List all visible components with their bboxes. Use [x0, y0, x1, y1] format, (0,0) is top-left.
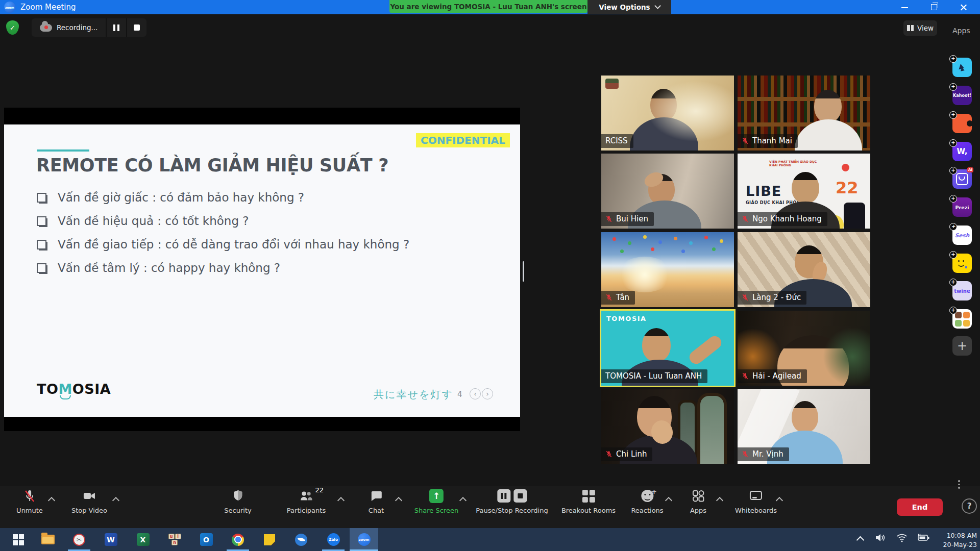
mic-muted-icon	[742, 450, 749, 458]
taskbar-zalo[interactable]: Zalo	[319, 528, 348, 551]
taskbar-sticky-notes[interactable]	[255, 528, 284, 551]
stop-icon	[513, 489, 527, 503]
wifi-icon[interactable]	[896, 533, 908, 543]
play-arrow-icon	[961, 67, 965, 72]
unmute-button[interactable]: Unmute	[16, 488, 43, 514]
taskbar-lark[interactable]	[287, 528, 315, 551]
sidebar-app-orange[interactable]: +	[952, 114, 972, 133]
unikey-keyboard-icon: uin	[168, 534, 182, 545]
speaker-icon[interactable]	[875, 533, 886, 543]
view-layout-button[interactable]: View	[903, 20, 937, 36]
backdrop-shape	[844, 203, 865, 229]
bullet-item: Vấn đề giao tiếp : có dễ dàng trao đổi v…	[37, 233, 409, 256]
video-tile-bui-hien[interactable]: Bui Hien	[601, 154, 734, 229]
video-tile-tan[interactable]: Tân	[601, 232, 734, 307]
mic-slash-icon	[23, 489, 36, 503]
video-tile-ngo-khanh-hoang[interactable]: VIỆN PHÁT TRIỂN GIÁO DỤC KHAI PHÓNG LIBE…	[738, 154, 870, 229]
pause-stop-recording-button[interactable]: Pause/Stop Recording	[476, 488, 548, 514]
start-button[interactable]	[4, 528, 33, 551]
video-tile-lang2-duc[interactable]: Làng 2 - Đức	[738, 232, 870, 307]
mic-muted-icon	[742, 215, 749, 223]
share-screen-icon: ↑	[429, 489, 444, 503]
pause-icon	[497, 489, 510, 503]
taskbar-excel[interactable]: X	[129, 528, 157, 551]
windows-logo-icon	[13, 534, 24, 545]
add-app-badge-icon[interactable]: +	[949, 83, 957, 91]
next-slide-button[interactable]: ›	[482, 388, 493, 399]
add-app-badge-icon[interactable]: +	[949, 55, 957, 63]
minimize-button[interactable]	[901, 7, 908, 8]
sidebar-app-blocks[interactable]: +	[952, 309, 972, 329]
close-button[interactable]	[960, 4, 967, 11]
video-tile-mr-vinh[interactable]: Mr. Vịnh	[738, 389, 870, 464]
add-app-badge-icon[interactable]: +	[949, 139, 957, 147]
taskbar-word[interactable]: W	[96, 528, 125, 551]
grid-view-icon	[907, 25, 914, 31]
apps-button[interactable]: Apps	[690, 488, 706, 514]
video-tile-rciss[interactable]: RCISS	[601, 76, 734, 151]
add-apps-button[interactable]: +	[952, 336, 972, 356]
maximize-button[interactable]	[931, 4, 937, 10]
participants-count: 22	[315, 486, 324, 494]
add-app-badge-icon[interactable]: +	[949, 251, 957, 259]
security-button[interactable]: Security	[224, 488, 251, 514]
sidebar-app-sesh[interactable]: + Sesh	[952, 226, 972, 245]
reactions-button[interactable]: + Reactions	[631, 488, 663, 514]
add-app-badge-icon[interactable]: +	[949, 279, 957, 286]
apps-shapes-icon	[692, 489, 705, 503]
add-app-badge-icon[interactable]: +	[949, 195, 957, 203]
participant-figure	[650, 89, 677, 120]
bullet-list: Vấn đề giờ giấc : có đảm bảo hay không ?…	[37, 186, 409, 280]
breakout-rooms-button[interactable]: Breakout Rooms	[561, 488, 616, 514]
scissors-capture-icon: ✂	[73, 534, 85, 546]
view-options-button[interactable]: View Options	[587, 0, 671, 14]
participants-icon	[299, 489, 313, 503]
add-app-badge-icon[interactable]: +	[949, 167, 957, 174]
video-tile-hai-agilead[interactable]: Hải - Agilead	[738, 311, 870, 386]
taskbar-chrome[interactable]	[224, 528, 252, 551]
stop-video-button[interactable]: Stop Video	[71, 488, 107, 514]
sidebar-app-emoji[interactable]: +	[952, 254, 972, 273]
sidebar-app-twine[interactable]: + twine	[952, 281, 972, 300]
battery-charging-icon[interactable]	[917, 533, 930, 543]
chat-button[interactable]: Chat	[369, 488, 384, 514]
sidebar-app-wooclap[interactable]: + W,	[952, 142, 972, 161]
apps-panel-label[interactable]: Apps	[952, 27, 970, 35]
end-meeting-button[interactable]: End	[897, 498, 943, 516]
add-app-badge-icon[interactable]: +	[949, 111, 957, 119]
pause-recording-button[interactable]	[107, 18, 126, 37]
scrollbar-handle[interactable]	[523, 261, 524, 282]
add-app-badge-icon[interactable]: +	[949, 307, 957, 314]
mic-muted-icon	[605, 450, 612, 458]
taskbar-clock[interactable]: 10:08 AM 20-May-23	[934, 531, 977, 549]
sidebar-app-funtivity[interactable]: +	[952, 58, 972, 77]
share-screen-button[interactable]: ↑ Share Screen	[414, 488, 458, 514]
participant-name-label: Thanh Mai	[738, 134, 798, 148]
sticky-note-icon	[264, 534, 275, 545]
participant-figure	[792, 401, 818, 433]
previous-slide-button[interactable]: ‹	[470, 388, 481, 399]
sidebar-app-kahoot[interactable]: + Kahoot!	[952, 86, 972, 105]
sidebar-app-ai-camera[interactable]: + AI	[952, 169, 972, 189]
taskbar-outlook[interactable]: O	[192, 528, 220, 551]
video-tile-tomosia-luu-tuan-anh[interactable]: TOMOSIA TOMOSIA - Luu Tuan ANH	[601, 311, 734, 386]
sidebar-app-prezi[interactable]: + Prezi	[952, 197, 972, 217]
stop-recording-button[interactable]	[127, 18, 146, 37]
taskbar-capture-tool[interactable]: ✂	[65, 528, 93, 551]
video-tile-chi-linh[interactable]: Chi Linh	[601, 389, 734, 464]
encryption-shield-icon[interactable]: ✓	[6, 20, 19, 35]
ai-badge: AI	[967, 167, 973, 172]
video-tile-thanh-mai[interactable]: Thanh Mai	[738, 76, 870, 151]
taskbar-zoom-active[interactable]: zoom	[350, 528, 378, 551]
help-button[interactable]: ?	[962, 498, 977, 514]
window-title: Zoom Meeting	[20, 0, 76, 14]
zoom-logo-icon: zoom	[4, 2, 15, 13]
whiteboards-button[interactable]: Whiteboards	[735, 488, 777, 514]
participants-button[interactable]: 22 Participants	[287, 488, 326, 514]
taskbar-unikey[interactable]: uin	[160, 528, 189, 551]
add-app-badge-icon[interactable]: +	[949, 223, 957, 231]
more-options-icon[interactable]	[958, 480, 960, 489]
camera-icon	[82, 489, 96, 503]
breakout-grid-icon	[582, 490, 595, 503]
taskbar-file-explorer[interactable]	[34, 528, 62, 551]
